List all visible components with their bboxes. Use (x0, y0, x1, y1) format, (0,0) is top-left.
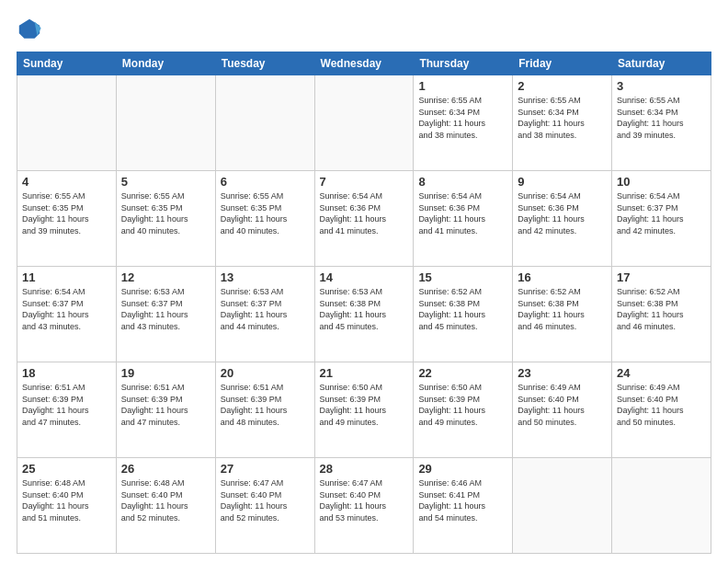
day-info: Sunrise: 6:52 AM Sunset: 6:38 PM Dayligh… (418, 286, 507, 332)
day-number: 22 (418, 366, 507, 380)
day-info: Sunrise: 6:53 AM Sunset: 6:38 PM Dayligh… (320, 286, 409, 332)
calendar-cell: 18Sunrise: 6:51 AM Sunset: 6:39 PM Dayli… (17, 362, 117, 458)
day-number: 14 (320, 270, 409, 284)
day-number: 19 (121, 366, 210, 380)
day-number: 8 (418, 175, 507, 189)
day-number: 29 (418, 462, 507, 476)
header-thursday: Thursday (414, 52, 513, 75)
header-saturday: Saturday (612, 52, 711, 75)
day-info: Sunrise: 6:48 AM Sunset: 6:40 PM Dayligh… (121, 477, 210, 523)
day-info: Sunrise: 6:55 AM Sunset: 6:34 PM Dayligh… (617, 95, 706, 141)
day-info: Sunrise: 6:52 AM Sunset: 6:38 PM Dayligh… (518, 286, 607, 332)
day-info: Sunrise: 6:47 AM Sunset: 6:40 PM Dayligh… (221, 477, 310, 523)
header-friday: Friday (513, 52, 612, 75)
day-info: Sunrise: 6:46 AM Sunset: 6:41 PM Dayligh… (418, 477, 507, 523)
calendar-cell: 28Sunrise: 6:47 AM Sunset: 6:40 PM Dayli… (314, 458, 414, 554)
calendar-cell: 25Sunrise: 6:48 AM Sunset: 6:40 PM Dayli… (17, 458, 117, 554)
day-number: 4 (22, 175, 111, 189)
header-tuesday: Tuesday (215, 52, 314, 75)
calendar-cell: 1Sunrise: 6:55 AM Sunset: 6:34 PM Daylig… (414, 75, 513, 171)
day-number: 23 (518, 366, 607, 380)
calendar-cell: 20Sunrise: 6:51 AM Sunset: 6:39 PM Dayli… (215, 362, 314, 458)
page: SundayMondayTuesdayWednesdayThursdayFrid… (0, 0, 728, 563)
calendar-cell: 29Sunrise: 6:46 AM Sunset: 6:41 PM Dayli… (414, 458, 513, 554)
day-info: Sunrise: 6:55 AM Sunset: 6:34 PM Dayligh… (518, 95, 607, 141)
day-number: 18 (22, 366, 111, 380)
week-row-3: 18Sunrise: 6:51 AM Sunset: 6:39 PM Dayli… (17, 362, 711, 458)
day-info: Sunrise: 6:54 AM Sunset: 6:37 PM Dayligh… (22, 286, 111, 332)
header-monday: Monday (116, 52, 215, 75)
day-info: Sunrise: 6:54 AM Sunset: 6:37 PM Dayligh… (617, 190, 706, 236)
day-number: 5 (121, 175, 210, 189)
day-info: Sunrise: 6:54 AM Sunset: 6:36 PM Dayligh… (518, 190, 607, 236)
day-info: Sunrise: 6:54 AM Sunset: 6:36 PM Dayligh… (320, 190, 409, 236)
calendar-cell: 21Sunrise: 6:50 AM Sunset: 6:39 PM Dayli… (314, 362, 414, 458)
logo-icon (17, 17, 42, 42)
day-number: 17 (617, 270, 706, 284)
header-row: SundayMondayTuesdayWednesdayThursdayFrid… (17, 52, 711, 75)
calendar-cell (215, 75, 314, 171)
calendar-cell: 5Sunrise: 6:55 AM Sunset: 6:35 PM Daylig… (116, 171, 215, 267)
calendar-header: SundayMondayTuesdayWednesdayThursdayFrid… (17, 52, 711, 75)
day-number: 10 (617, 175, 706, 189)
calendar-cell: 3Sunrise: 6:55 AM Sunset: 6:34 PM Daylig… (612, 75, 711, 171)
day-number: 15 (418, 270, 507, 284)
day-info: Sunrise: 6:54 AM Sunset: 6:36 PM Dayligh… (418, 190, 507, 236)
day-info: Sunrise: 6:47 AM Sunset: 6:40 PM Dayligh… (320, 477, 409, 523)
day-number: 27 (221, 462, 310, 476)
day-info: Sunrise: 6:51 AM Sunset: 6:39 PM Dayligh… (22, 382, 111, 428)
calendar-cell: 4Sunrise: 6:55 AM Sunset: 6:35 PM Daylig… (17, 171, 117, 267)
calendar-cell: 19Sunrise: 6:51 AM Sunset: 6:39 PM Dayli… (116, 362, 215, 458)
header-sunday: Sunday (17, 52, 117, 75)
day-info: Sunrise: 6:53 AM Sunset: 6:37 PM Dayligh… (121, 286, 210, 332)
calendar-cell: 15Sunrise: 6:52 AM Sunset: 6:38 PM Dayli… (414, 267, 513, 362)
day-info: Sunrise: 6:53 AM Sunset: 6:37 PM Dayligh… (221, 286, 310, 332)
day-number: 7 (320, 175, 409, 189)
day-info: Sunrise: 6:55 AM Sunset: 6:35 PM Dayligh… (121, 190, 210, 236)
day-number: 11 (22, 270, 111, 284)
calendar-cell: 2Sunrise: 6:55 AM Sunset: 6:34 PM Daylig… (513, 75, 612, 171)
day-info: Sunrise: 6:50 AM Sunset: 6:39 PM Dayligh… (418, 382, 507, 428)
logo (17, 17, 46, 42)
day-number: 26 (121, 462, 210, 476)
calendar-cell: 6Sunrise: 6:55 AM Sunset: 6:35 PM Daylig… (215, 171, 314, 267)
calendar-table: SundayMondayTuesdayWednesdayThursdayFrid… (17, 52, 711, 554)
header-wednesday: Wednesday (314, 52, 414, 75)
day-number: 21 (320, 366, 409, 380)
header (17, 17, 711, 42)
day-info: Sunrise: 6:49 AM Sunset: 6:40 PM Dayligh… (617, 382, 706, 428)
day-info: Sunrise: 6:52 AM Sunset: 6:38 PM Dayligh… (617, 286, 706, 332)
calendar-cell (612, 458, 711, 554)
calendar-cell: 7Sunrise: 6:54 AM Sunset: 6:36 PM Daylig… (314, 171, 414, 267)
calendar-cell (314, 75, 414, 171)
day-number: 24 (617, 366, 706, 380)
week-row-0: 1Sunrise: 6:55 AM Sunset: 6:34 PM Daylig… (17, 75, 711, 171)
calendar-cell (17, 75, 117, 171)
calendar-cell: 24Sunrise: 6:49 AM Sunset: 6:40 PM Dayli… (612, 362, 711, 458)
calendar-cell: 10Sunrise: 6:54 AM Sunset: 6:37 PM Dayli… (612, 171, 711, 267)
calendar-cell (116, 75, 215, 171)
day-number: 1 (418, 79, 507, 93)
day-info: Sunrise: 6:48 AM Sunset: 6:40 PM Dayligh… (22, 477, 111, 523)
calendar-cell: 9Sunrise: 6:54 AM Sunset: 6:36 PM Daylig… (513, 171, 612, 267)
calendar-cell: 27Sunrise: 6:47 AM Sunset: 6:40 PM Dayli… (215, 458, 314, 554)
day-info: Sunrise: 6:51 AM Sunset: 6:39 PM Dayligh… (221, 382, 310, 428)
day-number: 2 (518, 79, 607, 93)
day-number: 3 (617, 79, 706, 93)
day-info: Sunrise: 6:55 AM Sunset: 6:34 PM Dayligh… (418, 95, 507, 141)
day-number: 9 (518, 175, 607, 189)
day-number: 12 (121, 270, 210, 284)
week-row-2: 11Sunrise: 6:54 AM Sunset: 6:37 PM Dayli… (17, 267, 711, 362)
day-number: 13 (221, 270, 310, 284)
calendar-cell: 13Sunrise: 6:53 AM Sunset: 6:37 PM Dayli… (215, 267, 314, 362)
calendar-cell: 22Sunrise: 6:50 AM Sunset: 6:39 PM Dayli… (414, 362, 513, 458)
calendar-cell: 17Sunrise: 6:52 AM Sunset: 6:38 PM Dayli… (612, 267, 711, 362)
calendar-cell: 8Sunrise: 6:54 AM Sunset: 6:36 PM Daylig… (414, 171, 513, 267)
day-number: 28 (320, 462, 409, 476)
calendar-cell: 14Sunrise: 6:53 AM Sunset: 6:38 PM Dayli… (314, 267, 414, 362)
calendar-cell: 16Sunrise: 6:52 AM Sunset: 6:38 PM Dayli… (513, 267, 612, 362)
day-number: 16 (518, 270, 607, 284)
calendar-cell: 12Sunrise: 6:53 AM Sunset: 6:37 PM Dayli… (116, 267, 215, 362)
day-info: Sunrise: 6:55 AM Sunset: 6:35 PM Dayligh… (22, 190, 111, 236)
week-row-1: 4Sunrise: 6:55 AM Sunset: 6:35 PM Daylig… (17, 171, 711, 267)
